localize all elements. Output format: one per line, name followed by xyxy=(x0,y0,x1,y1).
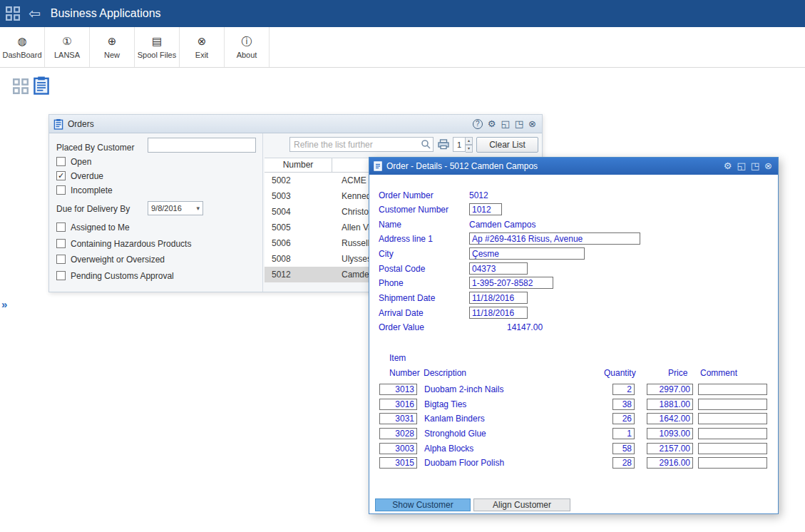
item-price-input[interactable] xyxy=(647,413,693,424)
item-comment-input[interactable] xyxy=(698,428,767,439)
arrival-date-input[interactable] xyxy=(469,307,528,319)
item-number-input[interactable] xyxy=(379,443,417,454)
phone-input[interactable] xyxy=(469,277,553,289)
item-quantity-input[interactable] xyxy=(612,399,635,410)
item-price-input[interactable] xyxy=(647,399,693,410)
item-row: Duobam 2-inch Nails xyxy=(369,384,778,396)
chevron-down-icon: ▾ xyxy=(196,205,200,212)
settings-gear-icon[interactable]: ⚙ xyxy=(488,119,496,129)
close-icon[interactable]: ⊗ xyxy=(528,119,536,129)
item-quantity-input[interactable] xyxy=(612,384,635,395)
item-comment-input[interactable] xyxy=(698,384,767,395)
settings-gear-icon[interactable]: ⚙ xyxy=(724,161,732,171)
toolbar-button-lansa[interactable]: ① LANSA xyxy=(45,27,90,67)
due-date-combobox[interactable]: 9/8/2016 ▾ xyxy=(148,201,203,215)
tile-windows-icon[interactable]: ◱ xyxy=(737,161,746,171)
toolbar-button-exit[interactable]: ⊗ Exit xyxy=(180,27,225,67)
step-down-icon[interactable]: ▾ xyxy=(466,145,473,153)
checkbox-customs[interactable] xyxy=(56,271,66,280)
items-header-comment: Comment xyxy=(700,368,737,378)
address-line-1-input[interactable] xyxy=(469,232,640,245)
postal-code-input[interactable] xyxy=(469,262,528,275)
item-price-input[interactable] xyxy=(647,428,693,439)
checkbox-open[interactable] xyxy=(56,157,66,166)
panel-divider xyxy=(262,133,263,292)
checkbox-overdue[interactable]: ✓ xyxy=(56,171,66,180)
checkbox-label: Overdue xyxy=(71,171,103,181)
sidebar-expander-icon[interactable]: » xyxy=(1,298,7,310)
checkbox-label: Containing Hazardous Products xyxy=(71,239,191,249)
dialog-titlebar-icons: ⚙ ◱ ◳ ⊗ xyxy=(724,161,772,171)
toolbar-label: LANSA xyxy=(54,51,80,59)
item-comment-input[interactable] xyxy=(698,413,767,424)
field-arrival-date: Arrival Date xyxy=(379,308,772,321)
field-label: Shipment Date xyxy=(379,293,435,303)
app-grid-icon[interactable] xyxy=(6,6,20,21)
toolbar-button-new[interactable]: ⊕ New xyxy=(90,27,135,67)
item-quantity-input[interactable] xyxy=(612,443,635,454)
view-grid-icon[interactable] xyxy=(13,78,29,97)
item-number-input[interactable] xyxy=(379,457,417,469)
customer-cell: Ulysses xyxy=(342,254,371,264)
field-order-value: Order Value 14147.00 xyxy=(379,322,772,335)
field-label: Order Number xyxy=(379,190,434,200)
field-customer-number: Customer Number xyxy=(379,205,772,218)
city-input[interactable] xyxy=(469,247,585,260)
search-icon xyxy=(421,139,431,152)
checkbox-assigned-to-me[interactable] xyxy=(56,222,66,232)
number-column-header[interactable]: Number xyxy=(265,158,332,173)
help-icon[interactable]: ? xyxy=(473,119,483,129)
placed-by-customer-input[interactable] xyxy=(148,138,256,153)
item-price-input[interactable] xyxy=(647,443,693,454)
checkbox-overweight[interactable] xyxy=(56,255,66,264)
toolbar-button-about[interactable]: ⓘ About xyxy=(225,27,270,67)
toolbar-label: DashBoard xyxy=(2,51,41,59)
page-stepper-input[interactable] xyxy=(453,137,466,152)
view-clipboard-icon[interactable] xyxy=(33,76,50,98)
placed-by-customer-label: Placed By Customer xyxy=(56,143,134,153)
cascade-windows-icon[interactable]: ◳ xyxy=(515,119,523,129)
due-date-value: 9/8/2016 xyxy=(151,204,182,213)
item-row: Alpha Blocks xyxy=(369,443,778,455)
tile-windows-icon[interactable]: ◱ xyxy=(501,119,510,129)
checkbox-hazardous[interactable] xyxy=(56,239,66,248)
toolbar-label: New xyxy=(104,51,120,59)
item-number-input[interactable] xyxy=(379,413,417,424)
checkbox-incomplete[interactable] xyxy=(56,185,66,195)
clear-list-button[interactable]: Clear List xyxy=(476,137,538,153)
item-number-input[interactable] xyxy=(379,399,417,410)
shipment-date-input[interactable] xyxy=(469,292,528,304)
item-row: Stronghold Glue xyxy=(369,428,778,440)
screen: ⇦ Business Applications ◍ DashBoard ① LA… xyxy=(0,0,805,532)
show-customer-button[interactable]: Show Customer xyxy=(375,498,471,511)
order-number-cell: 5008 xyxy=(272,254,291,264)
refine-search-input[interactable] xyxy=(289,137,434,152)
align-customer-button[interactable]: Align Customer xyxy=(473,498,570,511)
back-arrow-icon[interactable]: ⇦ xyxy=(29,6,41,21)
dialog-titlebar[interactable]: Order - Details - 5012 Camden Campos ⚙ ◱… xyxy=(369,158,778,175)
main-toolbar: ◍ DashBoard ① LANSA ⊕ New ▤ Spool Files … xyxy=(0,27,805,68)
toolbar-button-dashboard[interactable]: ◍ DashBoard xyxy=(0,27,45,67)
item-quantity-input[interactable] xyxy=(612,413,635,424)
printer-icon[interactable] xyxy=(438,139,449,153)
page-stepper: ▴ ▾ xyxy=(453,137,473,152)
refine-search xyxy=(289,137,434,152)
field-shipment-date: Shipment Date xyxy=(379,293,772,306)
item-comment-input[interactable] xyxy=(698,399,767,410)
item-quantity-input[interactable] xyxy=(612,457,635,469)
field-label: Address line 1 xyxy=(379,234,433,244)
item-quantity-input[interactable] xyxy=(612,428,635,439)
order-number-cell: 5004 xyxy=(272,207,291,217)
step-up-icon[interactable]: ▴ xyxy=(466,137,473,145)
item-number-input[interactable] xyxy=(379,384,417,395)
cascade-windows-icon[interactable]: ◳ xyxy=(751,161,759,171)
checkbox-label: Assigned to Me xyxy=(71,222,130,232)
toolbar-button-spool-files[interactable]: ▤ Spool Files xyxy=(135,27,180,67)
item-comment-input[interactable] xyxy=(698,457,767,469)
item-price-input[interactable] xyxy=(647,457,693,469)
customer-number-input[interactable] xyxy=(469,203,502,215)
item-number-input[interactable] xyxy=(379,428,417,439)
close-icon[interactable]: ⊗ xyxy=(764,161,772,171)
item-comment-input[interactable] xyxy=(698,443,767,454)
item-price-input[interactable] xyxy=(647,384,693,395)
